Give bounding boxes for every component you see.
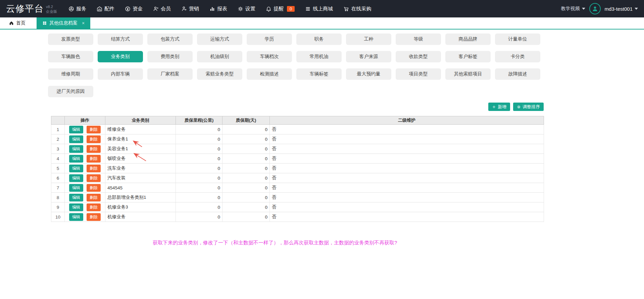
cell-warranty-mileage: 0 <box>176 183 222 193</box>
category-education[interactable]: 学历 <box>247 34 292 45</box>
edit-button[interactable]: 编辑 <box>69 213 83 221</box>
user-menu-dropdown[interactable]: md3-test001 <box>605 6 638 12</box>
delete-button[interactable]: 删除 <box>87 184 101 192</box>
category-position[interactable]: 职务 <box>296 34 342 45</box>
reminder-badge: 0 <box>287 6 295 12</box>
row-index: 9 <box>51 202 65 212</box>
bar-chart-icon <box>209 6 215 12</box>
category-vehicle-tag[interactable]: 车辆标签 <box>296 68 342 80</box>
nav-item-services[interactable]: 服务 <box>68 6 86 12</box>
marketing-person-icon <box>181 6 187 12</box>
row-operations: 编辑删除 <box>65 134 105 144</box>
nav-item-reminders[interactable]: 提醒 0 <box>266 6 295 12</box>
brand-edition: 企业版 <box>46 9 57 14</box>
category-common-oil[interactable]: 常用机油 <box>296 51 342 62</box>
category-expense-type[interactable]: 费用类别 <box>147 51 193 62</box>
category-payment-type[interactable]: 收款类型 <box>396 51 441 62</box>
adjust-sort-button[interactable]: 调整排序 <box>513 103 544 111</box>
cell-business-type: 454545 <box>105 183 176 193</box>
cell-warranty-mileage: 0 <box>176 125 222 134</box>
nav-item-reports[interactable]: 报表 <box>209 6 227 12</box>
category-project-type[interactable]: 项目类型 <box>396 68 441 80</box>
edit-button[interactable]: 编辑 <box>69 203 83 211</box>
cell-warranty-mileage: 0 <box>176 173 222 183</box>
row-index: 2 <box>51 134 65 144</box>
row-index: 8 <box>51 193 65 202</box>
category-oil-grade[interactable]: 机油级别 <box>197 51 242 62</box>
row-index: 1 <box>51 125 65 134</box>
category-manufacturer-archive[interactable]: 厂家档案 <box>147 68 193 80</box>
cell-business-type: 洗车业务 <box>105 164 176 173</box>
delete-button[interactable]: 删除 <box>87 165 101 172</box>
category-vehicle-color[interactable]: 车辆颜色 <box>48 51 93 62</box>
cell-business-type: 美容业务1 <box>105 144 176 154</box>
tutorial-video-dropdown[interactable]: 教学视频 <box>561 6 585 12</box>
page: 云修平台 v8.2 企业版 服务 配件 资金 会员 <box>0 0 644 299</box>
category-fault-desc[interactable]: 故障描述 <box>495 68 540 80</box>
nav-item-members[interactable]: 会员 <box>153 6 171 12</box>
cell-warranty-days: 0 <box>222 173 270 183</box>
delete-button[interactable]: 删除 <box>87 174 101 182</box>
edit-button[interactable]: 编辑 <box>69 184 83 192</box>
avatar[interactable] <box>589 3 601 14</box>
edit-button[interactable]: 编辑 <box>69 165 83 172</box>
category-inspection-desc[interactable]: 检测描述 <box>247 68 292 80</box>
category-product-brand[interactable]: 商品品牌 <box>445 34 491 45</box>
delete-button[interactable]: 删除 <box>87 126 101 133</box>
category-customer-tag[interactable]: 客户标签 <box>445 51 491 62</box>
edit-button[interactable]: 编辑 <box>69 145 83 153</box>
category-internal-vehicle[interactable]: 内部车辆 <box>98 68 143 80</box>
edit-button[interactable]: 编辑 <box>69 155 83 163</box>
delete-button[interactable]: 删除 <box>87 194 101 201</box>
edit-button[interactable]: 编辑 <box>69 126 83 133</box>
nav-item-parts[interactable]: 配件 <box>97 6 114 12</box>
edit-button[interactable]: 编辑 <box>69 194 83 201</box>
category-packaging-method[interactable]: 包装方式 <box>147 34 193 45</box>
building-icon <box>97 6 102 12</box>
category-card-class[interactable]: 卡分类 <box>495 51 540 62</box>
nav-item-funds[interactable]: 资金 <box>125 6 143 12</box>
category-claim-business-type[interactable]: 索赔业务类型 <box>197 68 242 80</box>
add-button[interactable]: 新增 <box>488 103 510 111</box>
category-transport-method[interactable]: 运输方式 <box>197 34 242 45</box>
nav-item-online-mall[interactable]: 线上商城 <box>305 6 333 12</box>
edit-button[interactable]: 编辑 <box>69 174 83 182</box>
category-job-type[interactable]: 工种 <box>346 34 391 45</box>
category-customer-source[interactable]: 客户来源 <box>346 51 391 62</box>
tab-home[interactable]: 首页 <box>3 17 31 29</box>
cell-warranty-days: 0 <box>222 154 270 164</box>
category-invoice-type[interactable]: 发票类型 <box>48 34 93 45</box>
delete-button[interactable]: 删除 <box>87 213 101 221</box>
cell-warranty-days: 0 <box>222 202 270 212</box>
close-icon[interactable]: × <box>82 21 85 25</box>
cell-secondary-maintenance: 否 <box>270 164 544 173</box>
table-header-row: 操作 业务类别 质保里程(公里) 质保期(天) 二级维护 <box>51 116 544 125</box>
cell-warranty-mileage: 0 <box>176 212 222 222</box>
menu-icon <box>305 6 311 12</box>
category-vehicle-class[interactable]: 车辆档次 <box>247 51 292 62</box>
category-max-appointments[interactable]: 最大预约量 <box>346 68 391 80</box>
delete-button[interactable]: 删除 <box>87 135 101 143</box>
cell-business-type: 机修业务 <box>105 212 176 222</box>
nav-item-marketing[interactable]: 营销 <box>181 6 199 12</box>
delete-button[interactable]: 删除 <box>87 145 101 153</box>
table-row: 5 编辑删除 洗车业务 0 0 否 <box>51 164 544 173</box>
category-entry-close-reason[interactable]: 进厂关闭原因 <box>48 86 93 97</box>
nav-item-online-purchase[interactable]: 在线采购 <box>343 6 371 12</box>
cell-warranty-days: 0 <box>222 125 270 134</box>
category-grade[interactable]: 等级 <box>396 34 441 45</box>
category-measure-unit[interactable]: 计量单位 <box>495 34 540 45</box>
category-settlement-method[interactable]: 结算方式 <box>98 34 143 45</box>
delete-button[interactable]: 删除 <box>87 155 101 163</box>
steering-wheel-icon <box>68 6 74 12</box>
tab-other-info-archive[interactable]: 其他信息档案 × <box>37 17 90 29</box>
delete-button[interactable]: 删除 <box>87 203 101 211</box>
category-maintenance-cycle[interactable]: 维修周期 <box>48 68 93 80</box>
nav-item-settings[interactable]: 设置 <box>238 6 255 12</box>
row-index: 5 <box>51 164 65 173</box>
category-business-type-active[interactable]: 业务类别 <box>98 51 143 62</box>
edit-button[interactable]: 编辑 <box>69 135 83 143</box>
cell-secondary-maintenance: 否 <box>270 183 544 193</box>
category-other-claim-items[interactable]: 其他索赔项目 <box>445 68 491 80</box>
chevron-down-icon <box>582 8 585 10</box>
